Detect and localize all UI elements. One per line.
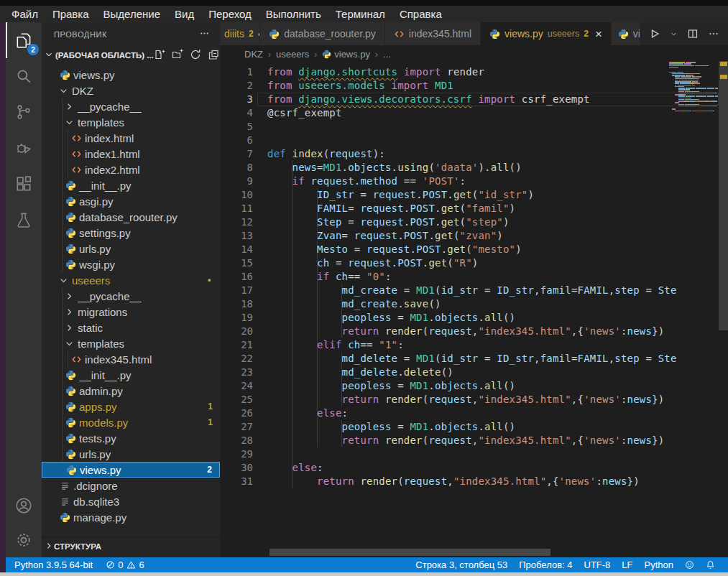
- file-index2.html[interactable]: index2.html: [42, 162, 220, 177]
- file-views.py[interactable]: views.py: [42, 67, 220, 83]
- code-text: FAMIL= request.POST.get("famil"): [267, 202, 515, 215]
- menu-item-5[interactable]: Переход: [201, 6, 259, 22]
- minimap-line: [678, 101, 683, 102]
- activity-run-debug[interactable]: [6, 130, 42, 166]
- file-__init__.py[interactable]: __init__.py: [42, 177, 220, 193]
- file-index345.html[interactable]: index345.html: [42, 351, 220, 367]
- file-apps.py[interactable]: apps.py1: [42, 399, 220, 414]
- tab-diiits[interactable]: diiits2●: [220, 22, 260, 45]
- status-eol[interactable]: LF: [622, 559, 632, 570]
- breadcrumb[interactable]: DKZ›useeers›views.py›...: [220, 45, 728, 63]
- horizontal-scrollbar[interactable]: [269, 549, 550, 556]
- file-.dcignore[interactable]: .dcignore: [42, 478, 220, 493]
- code-line: 3from django.views.decorators.csrf impor…: [220, 93, 728, 106]
- file-models.py[interactable]: models.py1: [42, 414, 220, 430]
- breadcrumb-item--[interactable]: ...: [383, 49, 391, 60]
- file-tests.py[interactable]: tests.py: [42, 430, 220, 446]
- workspace-section-header[interactable]: (РАБОЧАЯ ОБЛАСТЬ) ...: [42, 46, 220, 64]
- folder-static[interactable]: static: [42, 320, 220, 335]
- folder-templates[interactable]: templates: [42, 114, 220, 130]
- file-index1.html[interactable]: index1.html: [42, 146, 220, 162]
- folder-templates[interactable]: templates: [42, 335, 220, 351]
- new-folder-icon[interactable]: [172, 49, 183, 62]
- code-line: 31 return render(request,"index345.html"…: [220, 475, 728, 488]
- activity-source-control[interactable]: [6, 94, 42, 130]
- folder-DKZ[interactable]: DKZ: [42, 83, 220, 98]
- file-index.html[interactable]: index.html: [42, 130, 220, 146]
- explorer-more-actions-icon[interactable]: [199, 28, 210, 40]
- minimap-line: [698, 80, 699, 81]
- file-manage.py[interactable]: manage.py: [42, 509, 220, 525]
- tab-index345-html[interactable]: index345.html: [385, 22, 481, 45]
- file-urls.py[interactable]: urls.py: [42, 241, 220, 256]
- status-python-interpreter[interactable]: Python 3.9.5 64-bit: [14, 559, 93, 570]
- explorer-sidebar: ПРОВОДНИК (РАБОЧАЯ ОБЛАСТЬ) ... views.py…: [42, 22, 220, 557]
- file-admin.py[interactable]: admin.py: [42, 383, 220, 399]
- activity-bar: 2: [6, 22, 42, 557]
- run-dropdown-icon[interactable]: [670, 30, 678, 38]
- breadcrumb-item-DKZ[interactable]: DKZ: [244, 49, 263, 60]
- chevron-right-icon: [63, 307, 75, 317]
- file-db.sqlite3[interactable]: db.sqlite3: [42, 493, 220, 509]
- activity-explorer[interactable]: 2: [6, 22, 42, 58]
- file-settings.py[interactable]: settings.py: [42, 225, 220, 241]
- menu-item-1[interactable]: Файл: [4, 6, 45, 22]
- file-asgi.py[interactable]: asgi.py: [42, 193, 220, 209]
- folder-__pycache__[interactable]: __pycache__: [42, 288, 220, 304]
- menu-item-4[interactable]: Вид: [167, 6, 201, 22]
- tab-views-py[interactable]: views.pyuseeers2×: [481, 22, 612, 45]
- file-views.py[interactable]: views.py2: [42, 462, 220, 478]
- status-language-mode[interactable]: Python: [645, 559, 673, 570]
- tab-database-roouter-py[interactable]: database_roouter.py: [260, 22, 385, 45]
- activity-extensions[interactable]: [6, 166, 42, 202]
- code-editor[interactable]: 1from django.shortcuts import render2fro…: [220, 63, 728, 557]
- py-icon: [65, 228, 76, 238]
- folder-__pycache__[interactable]: __pycache__: [42, 98, 220, 114]
- status-notifications[interactable]: [706, 560, 715, 570]
- folder-migrations[interactable]: migrations: [42, 304, 220, 320]
- line-number: 10: [220, 188, 253, 202]
- status-indentation[interactable]: Пробелов: 4: [519, 559, 572, 570]
- breadcrumb-item-views-py[interactable]: views.py: [322, 49, 370, 60]
- status-problems[interactable]: 06: [106, 559, 144, 570]
- source-control-icon: [14, 103, 33, 121]
- file-database_roouter.py[interactable]: database_roouter.py: [42, 209, 220, 225]
- activity-search[interactable]: [6, 58, 42, 94]
- folder-useeers[interactable]: useeers●: [42, 272, 220, 288]
- status-encoding[interactable]: UTF-8: [584, 559, 611, 570]
- menu-item-2[interactable]: Правка: [45, 6, 96, 22]
- activity-settings[interactable]: [6, 523, 42, 557]
- refresh-icon[interactable]: [190, 49, 201, 62]
- split-editor-icon[interactable]: [687, 28, 699, 40]
- new-file-icon[interactable]: [154, 49, 165, 62]
- file-wsgi.py[interactable]: wsgi.py: [42, 256, 220, 272]
- editor-actions: [640, 22, 728, 45]
- tree-item-label: wsgi.py: [79, 259, 115, 271]
- menu-item-6[interactable]: Выполнить: [259, 6, 328, 22]
- close-icon[interactable]: ×: [595, 28, 602, 40]
- tab-label: database_roouter.py: [284, 28, 376, 40]
- code-line: 27 peopless = MD1.objects.all(): [220, 420, 728, 434]
- more-actions-icon[interactable]: [708, 28, 719, 40]
- menu-item-7[interactable]: Терминал: [328, 6, 392, 22]
- vertical-scrollbar[interactable]: [719, 61, 728, 330]
- status-feedback[interactable]: [685, 560, 694, 570]
- run-python-file-icon[interactable]: [649, 28, 660, 40]
- menu-item-8[interactable]: Справка: [392, 6, 449, 22]
- status-cursor-position[interactable]: Строка 3, столбец 53: [415, 559, 507, 570]
- collapse-all-icon[interactable]: [208, 49, 219, 62]
- outline-section-header[interactable]: СТРУКТУРА: [42, 537, 220, 555]
- file-__init__.py[interactable]: __init__.py: [42, 367, 220, 383]
- line-number: 28: [220, 434, 253, 447]
- activity-testing[interactable]: [6, 202, 42, 238]
- tab-vie[interactable]: vie: [612, 22, 640, 45]
- menu-item-3[interactable]: Выделение: [96, 6, 167, 22]
- overview-warning-mark: [720, 75, 727, 79]
- tab-label: diiits: [224, 28, 244, 40]
- file-urls.py[interactable]: urls.py: [42, 446, 220, 462]
- breadcrumb-item-useeers[interactable]: useeers: [276, 49, 309, 60]
- activity-account[interactable]: [6, 488, 42, 523]
- line-number: 23: [220, 366, 253, 379]
- minimap[interactable]: [669, 62, 719, 116]
- code-line: 6: [220, 134, 728, 147]
